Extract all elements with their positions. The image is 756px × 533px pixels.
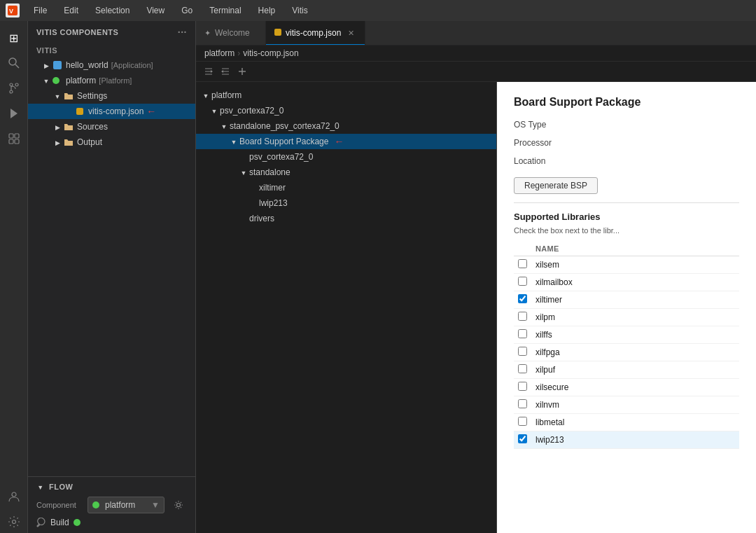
editor-tree-platform[interactable]: platform xyxy=(196,88,496,103)
breadcrumb-vitis-comp-json[interactable]: vitis-comp.json xyxy=(243,48,298,58)
checkbox-xilmailbox[interactable] xyxy=(518,277,527,286)
flow-component-label: Component xyxy=(36,501,82,509)
editor-tree-lwip213[interactable]: lwip213 xyxy=(196,195,496,211)
checkbox-xilffs[interactable] xyxy=(518,329,527,338)
bsp-title: Board Support Package xyxy=(514,96,739,109)
menu-edit[interactable]: Edit xyxy=(61,4,81,17)
flow-component-dropdown[interactable]: platform ▼ xyxy=(88,497,164,513)
tab-close-button[interactable]: ✕ xyxy=(345,27,356,39)
editor-tree-drivers[interactable]: drivers xyxy=(196,211,496,226)
output-label: Output xyxy=(77,137,102,147)
editor-standalone-arrow xyxy=(239,168,248,176)
editor-area: ✦ Welcome vitis-comp.json ✕ platform › v… xyxy=(196,21,756,533)
activity-explore[interactable]: ⊞ xyxy=(3,27,25,49)
nav-collapse-all[interactable] xyxy=(202,64,216,78)
checkbox-xilnvm[interactable] xyxy=(518,399,527,408)
svg-marker-16 xyxy=(211,70,213,73)
menu-view[interactable]: View xyxy=(144,4,167,17)
editor-standalone-psv-label: standalone_psv_cortexa72_0 xyxy=(230,121,340,131)
tab-welcome[interactable]: ✦ Welcome xyxy=(196,21,266,45)
build-wrench-icon xyxy=(36,518,46,527)
editor-drivers-label: drivers xyxy=(249,214,274,223)
checkbox-xilsecure[interactable] xyxy=(518,382,527,391)
menu-go[interactable]: Go xyxy=(178,4,195,17)
sidebar-item-platform[interactable]: platform [Platform] xyxy=(28,73,195,88)
svg-point-5 xyxy=(15,83,18,86)
flow-title: FLOW xyxy=(49,483,73,491)
bsp-separator xyxy=(514,202,739,203)
sidebar-more-button[interactable]: ··· xyxy=(178,27,187,38)
sources-label: Sources xyxy=(77,122,108,132)
tab-welcome-label: Welcome xyxy=(215,28,250,38)
activity-settings[interactable] xyxy=(3,511,25,533)
activity-accounts[interactable] xyxy=(3,485,25,508)
sources-arrow xyxy=(53,123,62,131)
checkbox-xiltimer[interactable] xyxy=(518,294,527,303)
editor-bsp-arrow xyxy=(230,137,238,146)
sidebar-item-output[interactable]: Output xyxy=(28,134,195,150)
nav-add[interactable] xyxy=(235,64,249,78)
sidebar-item-vitis-comp-json[interactable]: vitis-comp.json ← xyxy=(28,104,195,119)
sidebar-item-settings[interactable]: Settings xyxy=(28,88,195,104)
svg-rect-14 xyxy=(53,61,62,69)
activity-search[interactable] xyxy=(3,52,25,74)
tab-vitis-comp-json[interactable]: vitis-comp.json ✕ xyxy=(266,21,365,45)
checkbox-xilsem[interactable] xyxy=(518,259,527,268)
build-label: Build xyxy=(50,518,69,527)
bsp-os-type-field: OS Type xyxy=(514,120,739,130)
editor-tree-psv-sub[interactable]: psv_cortexa72_0 xyxy=(196,149,496,165)
checkbox-libmetal[interactable] xyxy=(518,417,527,426)
settings-label: Settings xyxy=(77,91,107,101)
sidebar-item-hello-world[interactable]: hello_world [Application] xyxy=(28,57,195,73)
activity-run[interactable] xyxy=(3,102,25,125)
regenerate-bsp-button[interactable]: Regenerate BSP xyxy=(514,177,598,194)
lib-label-xilsem: xilsem xyxy=(531,256,739,274)
flow-gear-button[interactable] xyxy=(170,497,187,513)
flow-collapse-arrow[interactable] xyxy=(36,483,45,491)
hello-world-sublabel: [Application] xyxy=(111,61,153,69)
vitis-comp-tab-icon xyxy=(274,29,281,37)
sidebar-item-sources[interactable]: Sources xyxy=(28,119,195,134)
nav-expand-all[interactable] xyxy=(218,64,232,78)
lib-label-xilmailbox: xilmailbox xyxy=(531,274,739,291)
checkbox-xilpuf[interactable] xyxy=(518,364,527,373)
lib-label-xilpm: xilpm xyxy=(531,309,739,326)
svg-rect-8 xyxy=(9,134,13,138)
svg-marker-7 xyxy=(10,109,18,118)
settings-folder-icon xyxy=(63,90,74,102)
activity-extensions[interactable] xyxy=(3,127,25,150)
table-row-xilsecure: xilsecure xyxy=(514,379,739,396)
menu-help[interactable]: Help xyxy=(255,4,279,17)
svg-point-15 xyxy=(177,504,181,507)
platform-status-dot xyxy=(52,77,59,84)
breadcrumb: platform › vitis-comp.json xyxy=(196,46,756,62)
table-checkbox-col-header xyxy=(514,242,531,256)
menu-terminal[interactable]: Terminal xyxy=(206,4,244,17)
svg-rect-11 xyxy=(15,139,19,144)
svg-rect-9 xyxy=(15,134,19,138)
tab-json-icon xyxy=(274,29,281,36)
activity-source-control[interactable] xyxy=(3,77,25,99)
editor-tree-standalone-psv[interactable]: standalone_psv_cortexa72_0 xyxy=(196,118,496,134)
component-status-dot xyxy=(92,501,99,508)
output-folder-icon xyxy=(63,137,74,148)
bsp-location-label: Location xyxy=(514,156,739,166)
check-instruction: Check the box next to the libr... xyxy=(514,226,739,235)
checkbox-xilpm[interactable] xyxy=(518,312,527,321)
svg-marker-17 xyxy=(221,70,223,73)
editor-json-tree: platform psv_cortexa72_0 standalone_psv_… xyxy=(196,82,497,533)
menu-vitis[interactable]: Vitis xyxy=(289,4,310,17)
editor-tree-standalone[interactable]: standalone xyxy=(196,165,496,180)
breadcrumb-sep-1: › xyxy=(237,48,240,58)
editor-tree-bsp[interactable]: Board Support Package ← xyxy=(196,134,496,149)
hello-world-arrow xyxy=(42,61,50,69)
editor-tree-xiltimer[interactable]: xiltimer xyxy=(196,180,496,195)
menu-selection[interactable]: Selection xyxy=(92,4,132,17)
svg-rect-10 xyxy=(9,139,13,144)
breadcrumb-platform[interactable]: platform xyxy=(204,48,234,58)
checkbox-lwip213[interactable] xyxy=(518,434,527,443)
editor-tree-psv-cortexa72-0[interactable]: psv_cortexa72_0 xyxy=(196,103,496,118)
menu-file[interactable]: File xyxy=(31,4,50,17)
editor-lwip213-label: lwip213 xyxy=(259,198,288,208)
checkbox-xilfpga[interactable] xyxy=(518,347,527,356)
